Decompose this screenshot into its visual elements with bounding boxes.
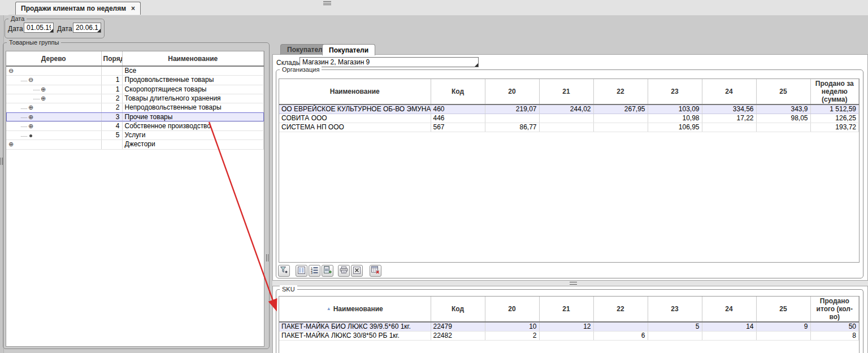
warehouses-field[interactable] [300,57,479,67]
tree-row[interactable]: 5Услуги [6,131,264,140]
column-header[interactable]: Наименование [279,79,431,104]
order-cell: 4 [101,121,122,130]
column-header[interactable]: Наименование [122,51,264,66]
column-header[interactable]: 21 [539,297,593,322]
week-value-cell [485,114,539,123]
report-tab[interactable]: Продажи клиентам по неделям × [15,2,141,15]
expand-icon[interactable]: ⊕ [8,141,14,148]
week-value-cell: 1 512,59 [810,104,859,114]
tree-row[interactable]: ⊕1Скоропортящиеся товары [6,85,264,94]
week-value-cell: 6 [593,332,648,341]
header-row: НаименованиеКод202122232425Продано за не… [279,79,859,104]
expand-icon[interactable]: ⊕ [28,104,33,111]
column-header[interactable]: 24 [702,297,756,322]
group-name-cell[interactable]: Скоропортящиеся товары [122,85,264,94]
tab-buyers-label: Покупатели [329,46,368,54]
filter-add-button[interactable] [278,265,290,277]
group-name-cell[interactable]: Товары длительного хранения [122,94,264,103]
tree-row[interactable]: ⊖Все [6,66,264,76]
tree-row[interactable]: ⊖1Продовольственные товары [6,76,264,85]
code-cell: 567 [431,123,485,132]
tree-cell: ⊖ [6,76,101,85]
column-header[interactable]: 22 [593,297,648,322]
date-to-field[interactable] [73,23,101,33]
week-value-cell: 86,77 [485,123,539,132]
organizations-grid: НаименованиеКод202122232425Продано за не… [279,79,860,263]
column-header[interactable]: Продано итого (кол-во) [810,297,859,322]
date-from-field[interactable] [24,23,54,33]
collapse-icon[interactable]: ⊖ [28,77,33,84]
organization-row[interactable]: СИСТЕМА НП ООО56786,77106,95193,72 [279,123,859,132]
horizontal-splitter-grip-icon[interactable] [570,282,577,285]
expand-icon[interactable]: ⊕ [41,95,46,102]
report-tab-label: Продажи клиентам по неделям [21,5,126,12]
excel-export-icon [353,267,361,276]
fieldset-legend: SKU [280,285,297,293]
group-name-cell[interactable]: Услуги [122,131,264,140]
calculator-add-button[interactable] [322,265,333,277]
collapse-icon[interactable]: ⊖ [8,67,14,74]
week-value-cell: 10 [485,322,539,332]
group-name-cell[interactable]: Непродовольственные товары [122,103,264,112]
column-header[interactable]: Поряд [101,51,122,66]
column-header[interactable]: 24 [702,79,756,104]
tree-row[interactable]: ⊕4Собственное производство [6,121,264,130]
column-header[interactable]: ▲Наименование [279,297,431,322]
week-value-cell [756,123,810,132]
expand-icon[interactable]: ⊕ [28,123,33,129]
tree-row[interactable]: ⊕3Прочие товары [6,112,264,121]
group-name-cell[interactable]: Продовольственные товары [122,76,264,85]
expand-icon[interactable]: ⊕ [28,114,33,120]
tree-connector-icon [21,116,27,118]
top-splitter-handle-icon[interactable] [323,1,331,5]
column-header[interactable]: Дерево [6,51,101,66]
tree-connector-icon [21,125,27,127]
excel-export-button[interactable] [351,265,363,277]
group-name-cell[interactable]: Все [122,66,264,76]
date-to-input[interactable] [73,23,101,32]
tree-row[interactable]: ⊕2Непродовольственные товары [6,103,264,112]
code-cell: 460 [431,104,485,114]
week-value-cell [593,322,648,332]
column-header[interactable]: 20 [485,297,539,322]
column-header[interactable]: 21 [539,79,593,104]
group-name-cell[interactable]: Джестори [122,140,264,149]
tree-row[interactable]: ⊕Джестори [6,140,264,149]
week-value-cell [539,123,593,132]
print-button[interactable] [338,265,350,277]
date-fieldset: Дата Дата Дата [5,19,105,38]
column-header[interactable]: 20 [485,79,539,104]
numbered-list-button[interactable]: 1123 [309,265,320,277]
tree-cell: ⊕ [6,85,101,94]
calculator-add-icon [324,266,332,276]
tab-close-icon[interactable]: × [131,5,135,12]
warehouses-input[interactable] [300,58,478,67]
organization-row[interactable]: ОО ЕВРЕЙСКОЕ КУЛЬТУРНОЕ ОБ-ВО ЭМУНА46021… [279,104,859,114]
tab-buyers[interactable]: Покупатели [322,44,375,55]
column-header[interactable]: 25 [756,79,810,104]
horizontal-splitter[interactable] [272,281,868,286]
group-name-cell[interactable]: Прочие товары [122,112,264,121]
panel-splitter-grip-icon[interactable] [266,254,268,262]
date-from-input[interactable] [24,23,53,32]
sku-row[interactable]: ПАКЕТ-МАЙКА ЛЮКС 30/8*50 РБ 1кг.22482268 [279,332,859,341]
column-header[interactable]: 22 [593,79,648,104]
organization-row[interactable]: СОВИТА ООО44610,9817,2298,05126,25 [279,114,859,123]
table-clear-button[interactable] [370,265,381,277]
column-header[interactable]: Продано за неделю (сумма) [810,79,859,104]
column-header[interactable]: 23 [648,297,702,322]
order-cell: 2 [101,94,122,103]
column-header[interactable]: 25 [756,297,810,322]
column-header[interactable]: 23 [648,79,702,104]
week-value-cell: 8 [810,332,859,341]
sku-row[interactable]: ПАКЕТ-МАЙКА БИО ЛЮКС 39/9.5*60 1кг.22479… [279,322,859,332]
tree-row[interactable]: ⊕2Товары длительного хранения [6,94,264,103]
column-header[interactable]: Код [431,297,485,322]
week-value-cell: 5 [648,322,702,332]
week-value-cell [702,332,756,341]
column-header[interactable]: Код [431,79,485,104]
week-value-cell: 244,02 [539,104,593,114]
group-name-cell[interactable]: Собственное производство [122,121,264,130]
expand-icon[interactable]: ⊕ [41,86,46,93]
columns-button[interactable] [296,265,307,277]
